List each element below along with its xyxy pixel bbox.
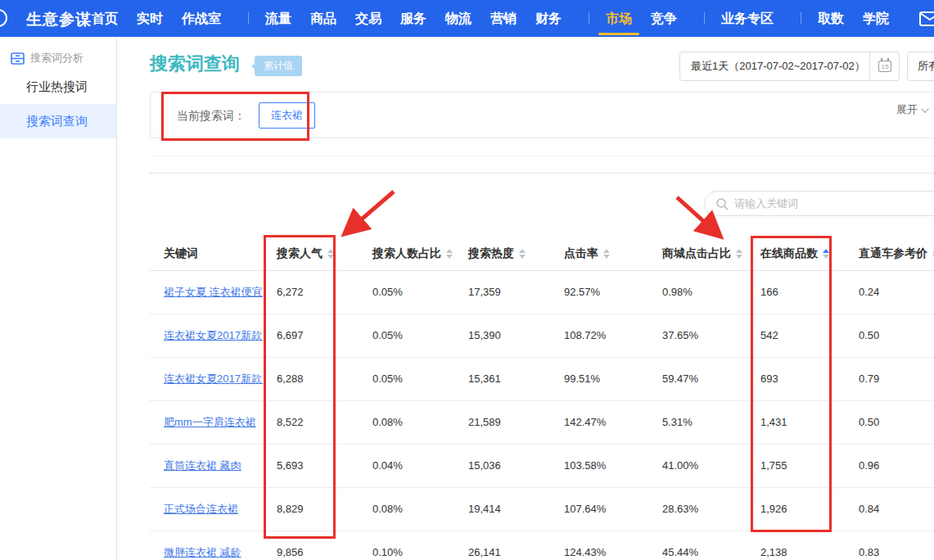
column-label: 点击率	[564, 246, 598, 260]
date-range-selector[interactable]: 最近1天（2017-07-02~2017-07-02）	[679, 52, 877, 81]
value-cell: 0.79	[845, 357, 934, 400]
nav-item-18[interactable]: 学院	[863, 0, 889, 37]
table-row: 连衣裙女夏2017新款...6,2880.05%15,36199.51%59.4…	[150, 357, 934, 400]
keyword-link[interactable]: 直筒连衣裙 藏肉	[164, 459, 241, 472]
calendar-button[interactable]: 15	[869, 52, 900, 81]
table-row: 微胖连衣裙 减龄9,8560.10%26,141124.43%45.44%2,1…	[150, 531, 934, 560]
keyword-link[interactable]: 连衣裙女夏2017新款...	[164, 373, 263, 385]
nav-item-6[interactable]: 交易	[355, 0, 381, 37]
value-cell: 19,414	[454, 487, 550, 531]
search-words-table: 关键词搜索人气搜索人数占比搜索热度点击率商城点击占比在线商品数直通车参考价 裙子…	[150, 237, 934, 560]
sidebar-item-search-word-query[interactable]: 搜索词查询	[0, 104, 116, 138]
value-cell: 8,522	[263, 400, 359, 444]
keyword-link[interactable]: 裙子女夏 连衣裙便宜5..	[164, 286, 263, 298]
keyword-link[interactable]: 肥mm一字肩连衣裙	[164, 416, 256, 428]
nav-item-9[interactable]: 营销	[490, 0, 517, 37]
table-row: 直筒连衣裙 藏肉5,6930.04%15,036103.58%41.00%1,7…	[150, 444, 934, 487]
value-cell: 6,697	[263, 314, 359, 357]
nav-item-7[interactable]: 服务	[400, 0, 426, 37]
column-header-5[interactable]: 商城点击占比	[648, 237, 747, 270]
value-cell: 0.05%	[359, 314, 454, 357]
column-header-6[interactable]: 在线商品数	[747, 237, 845, 270]
nav-item-17[interactable]: 取数	[818, 0, 844, 37]
column-header-3[interactable]: 搜索热度	[454, 237, 550, 270]
keyword-link[interactable]: 微胖连衣裙 减龄	[164, 546, 241, 558]
value-cell: 1,926	[747, 487, 845, 531]
value-cell: 99.51%	[550, 357, 648, 400]
nav-divider	[801, 12, 801, 25]
keyword-cell: 肥mm一字肩连衣裙	[150, 400, 263, 444]
current-search-term-tag[interactable]: 连衣裙	[259, 102, 315, 129]
value-cell: 0.50	[845, 314, 934, 357]
nav-item-8[interactable]: 物流	[445, 0, 472, 37]
section-divider	[150, 156, 934, 156]
value-cell: 0.98%	[648, 270, 747, 314]
nav-item-2[interactable]: 作战室	[182, 0, 221, 37]
sort-icon[interactable]	[327, 249, 334, 259]
nav-item-12[interactable]: 市场	[606, 0, 632, 37]
nav-item-15[interactable]: 业务专区	[721, 0, 774, 37]
sort-icon[interactable]	[823, 249, 829, 259]
sort-icon[interactable]	[446, 249, 453, 259]
column-header-1[interactable]: 搜索人气	[263, 237, 359, 270]
value-cell: 9,856	[263, 531, 359, 560]
nav-item-13[interactable]: 竞争	[651, 0, 677, 37]
value-cell: 6,288	[263, 357, 359, 400]
value-cell: 8,829	[263, 487, 359, 531]
keyword-search-input[interactable]	[734, 192, 934, 215]
sidebar-item-industry-hot-words[interactable]: 行业热搜词	[0, 70, 116, 104]
mail-icon[interactable]	[919, 11, 934, 26]
nav-item-5[interactable]: 商品	[310, 0, 336, 37]
value-cell: 0.84	[845, 487, 934, 531]
nav-item-1[interactable]: 实时	[137, 0, 163, 37]
nav-divider	[589, 12, 589, 25]
nav-item-10[interactable]: 财务	[535, 0, 562, 37]
column-label: 关键词	[164, 246, 198, 260]
value-cell: 21,589	[454, 400, 550, 444]
value-cell: 0.83	[845, 531, 934, 560]
column-label: 商城点击占比	[662, 246, 731, 260]
sort-icon[interactable]	[736, 249, 742, 259]
value-cell: 0.08%	[359, 487, 454, 531]
value-cell: 28.63%	[648, 487, 747, 531]
current-search-label: 当前搜索词：	[177, 109, 246, 124]
nav-item-4[interactable]: 流量	[265, 0, 291, 37]
nav-item-0[interactable]: 首页	[92, 0, 118, 37]
value-cell: 142.47%	[550, 400, 648, 444]
expand-link[interactable]: 展开	[896, 102, 927, 117]
keyword-cell: 连衣裙女夏2017新款...	[150, 357, 263, 400]
value-cell: 17,359	[454, 270, 550, 314]
value-cell: 41.00%	[648, 444, 747, 487]
column-header-4[interactable]: 点击率	[550, 237, 648, 270]
column-header-0: 关键词	[150, 237, 263, 270]
filter-panel: 当前搜索词： 连衣裙	[150, 92, 934, 138]
sort-icon[interactable]	[603, 249, 610, 259]
value-cell: 5.31%	[648, 400, 747, 444]
value-cell: 45.44%	[648, 531, 747, 560]
terminal-selector[interactable]: 所有终端	[907, 52, 934, 81]
keyword-cell: 正式场合连衣裙	[150, 487, 263, 531]
column-header-2[interactable]: 搜索人数占比	[359, 237, 454, 270]
top-nav: 生意参谋 首页实时作战室流量商品交易服务物流营销财务市场竞争业务专区取数学院	[0, 0, 934, 37]
value-cell: 15,361	[454, 357, 550, 400]
table-row: 正式场合连衣裙8,8290.08%19,414107.64%28.63%1,92…	[150, 487, 934, 531]
value-cell: 124.43%	[550, 531, 648, 560]
value-cell: 107.64%	[550, 487, 648, 531]
keyword-link[interactable]: 正式场合连衣裙	[164, 503, 238, 515]
keyword-search-box: ×	[704, 191, 934, 216]
nav-divider	[248, 12, 249, 25]
dotted-divider	[150, 173, 934, 174]
keyword-link[interactable]: 连衣裙女夏2017新款...	[164, 329, 263, 341]
keyword-cell: 裙子女夏 连衣裙便宜5..	[150, 270, 263, 314]
keyword-cell: 微胖连衣裙 减龄	[150, 531, 263, 560]
value-cell: 0.08%	[359, 400, 454, 444]
sidebar: 搜索词分析 行业热搜词 搜索词查询	[0, 37, 117, 560]
sort-icon[interactable]	[519, 249, 526, 259]
calendar-icon: 15	[878, 61, 891, 72]
column-label: 搜索热度	[468, 246, 514, 260]
table-body: 裙子女夏 连衣裙便宜5..6,2720.05%17,35992.57%0.98%…	[150, 270, 934, 560]
column-label: 搜索人数占比	[372, 246, 441, 260]
table-header-row: 关键词搜索人气搜索人数占比搜索热度点击率商城点击占比在线商品数直通车参考价	[150, 237, 934, 270]
column-header-7[interactable]: 直通车参考价	[845, 237, 934, 270]
brand-name[interactable]: 生意参谋	[26, 9, 92, 30]
